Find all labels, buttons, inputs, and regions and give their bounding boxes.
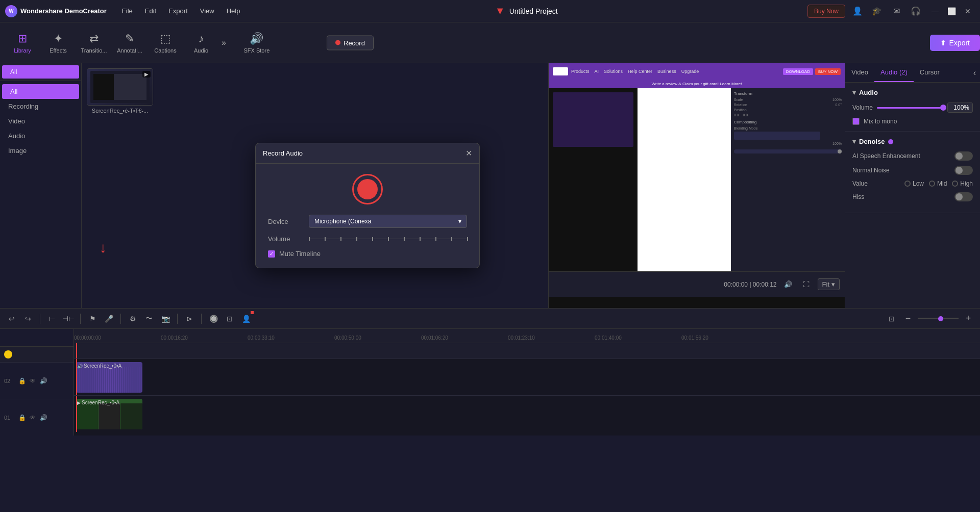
snapshot-button[interactable]: 📷	[159, 312, 172, 325]
right-panel-tabs: Video Audio (2) Cursor ‹	[845, 63, 980, 83]
timeline: ↩ ↪ ⊢ ⊣⊢ ⚑ 🎤 ⚙ 〜 📷 ⊳ 🔘 ⊡ 👤 ⊡ − +	[0, 308, 980, 436]
zoom-out-button[interactable]: −	[901, 312, 915, 325]
menu-file[interactable]: File	[117, 5, 138, 17]
thumbnail[interactable]: ▶	[87, 68, 153, 106]
subtitle-button[interactable]: ⊡	[223, 312, 236, 325]
close-button[interactable]: ✕	[961, 4, 975, 18]
panel-item-all[interactable]: All	[2, 84, 79, 99]
device-chevron-icon: ▾	[458, 218, 461, 225]
track-lock-icon[interactable]: 🔒	[17, 376, 27, 386]
account-icon[interactable]: 👤	[850, 4, 865, 18]
mock-opacity-slider	[734, 149, 842, 153]
zoom-slider-thumb[interactable]	[938, 316, 943, 321]
toolbar-annotations[interactable]: ✎ Annotati...	[112, 25, 147, 61]
track-eye-icon2[interactable]: 👁	[28, 413, 37, 422]
record-area: Record	[327, 35, 374, 50]
fullscreen-button[interactable]: ⛶	[799, 277, 814, 292]
mock-position-label: Position	[734, 108, 747, 112]
menu-view[interactable]: View	[195, 5, 219, 17]
captions-icon: ⬚	[160, 32, 171, 45]
vol-dot6	[388, 237, 389, 241]
rp-tab-video[interactable]: Video	[845, 63, 874, 82]
radio-mid[interactable]: Mid	[929, 180, 947, 187]
device-select[interactable]: Microphone (Conexa ▾	[309, 215, 467, 228]
radio-high[interactable]: High	[952, 180, 973, 187]
mock-browser: Products AI Solutions Help Center Busine…	[549, 63, 845, 271]
learn-icon[interactable]: 🎓	[870, 4, 884, 18]
mail-icon[interactable]: ✉	[889, 4, 903, 18]
track-lock-icon2[interactable]: 🔒	[17, 413, 27, 422]
track-eye-icon[interactable]: 👁	[28, 376, 37, 386]
sep4	[177, 314, 178, 324]
hiss-toggle[interactable]	[954, 192, 973, 201]
menu-help[interactable]: Help	[222, 5, 246, 17]
volume-control-button[interactable]: 🔊	[781, 277, 795, 292]
thumb-detail	[111, 74, 146, 100]
minimize-button[interactable]: —	[928, 4, 942, 18]
split-button[interactable]: ⊢	[45, 312, 59, 325]
zoom-slider-track[interactable]	[918, 318, 959, 319]
video-clip-label: ScreenRec_•0•A	[82, 400, 119, 405]
toolbar-effects[interactable]: ✦ Effects	[41, 25, 76, 61]
mix-to-mono-checkbox[interactable]	[852, 118, 860, 125]
toolbar-audio[interactable]: ♪ Audio	[184, 25, 218, 61]
panel-item-recording[interactable]: Recording	[0, 99, 81, 114]
toggle-knob2	[955, 167, 963, 174]
volume-input[interactable]: 100%	[947, 103, 973, 113]
buy-now-button[interactable]: Buy Now	[807, 5, 845, 18]
ai-speech-toggle[interactable]	[954, 151, 973, 161]
audio-clip[interactable]: 🔊 ScreenRec_•0•A	[76, 362, 142, 393]
sep3	[120, 314, 121, 324]
panel-item-audio[interactable]: Audio	[0, 129, 81, 143]
rp-tab-audio[interactable]: Audio (2)	[874, 63, 914, 82]
record-button[interactable]: Record	[327, 35, 374, 50]
volume-slider-thumb[interactable]	[940, 105, 946, 111]
redo-button[interactable]: ↪	[21, 312, 35, 325]
trim-button[interactable]: ⊳	[183, 312, 196, 325]
mic-button[interactable]: 🎤	[102, 312, 115, 325]
device-field: Device Microphone (Conexa ▾	[268, 215, 467, 228]
mock-nav-ai: AI	[595, 69, 599, 74]
video-clip[interactable]: ▶ ScreenRec_•0•A	[76, 399, 142, 429]
marker-button[interactable]: ⚑	[86, 312, 99, 325]
mute-checkbox[interactable]	[268, 250, 275, 258]
maximize-button[interactable]: ⬜	[944, 4, 959, 18]
radio-high-label: High	[960, 180, 973, 187]
track-mute-icon[interactable]: 🔊	[39, 376, 48, 386]
volume-slider-track[interactable]	[877, 107, 943, 109]
settings-button[interactable]: ⚙	[126, 312, 139, 325]
headset-icon[interactable]: 🎧	[909, 4, 923, 18]
zoom-in-button[interactable]: +	[962, 312, 975, 325]
toolbar-library[interactable]: ⊞ Library	[5, 25, 40, 61]
panel-tab-all[interactable]: All	[2, 65, 79, 79]
panel-item-image[interactable]: Image	[0, 143, 81, 158]
fit-dropdown[interactable]: Fit ▾	[818, 278, 840, 290]
panel-collapse-button[interactable]: ‹	[969, 63, 980, 82]
toolbar-more-button[interactable]: »	[219, 36, 228, 49]
record-circle-button[interactable]	[352, 174, 383, 204]
menu-edit[interactable]: Edit	[140, 5, 161, 17]
menu-export[interactable]: Export	[163, 5, 193, 17]
mock-sidebar-content	[549, 88, 638, 271]
rp-tab-cursor[interactable]: Cursor	[914, 63, 946, 82]
magnet-button[interactable]: 🔘	[207, 312, 220, 325]
undo-button[interactable]: ↩	[5, 312, 18, 325]
export-button[interactable]: ⬆ Export	[930, 35, 980, 51]
track-mute-icon2[interactable]: 🔊	[39, 413, 48, 422]
radio-low[interactable]: Low	[904, 180, 924, 187]
person-button[interactable]: 👤	[239, 312, 253, 325]
audio-collapse-icon[interactable]: ▾	[852, 89, 856, 96]
ripple-button[interactable]: ⊣⊢	[62, 312, 75, 325]
mock-content: Transform Scale100% Rotation0.0° Positio…	[549, 88, 845, 271]
dialog-close-button[interactable]: ✕	[465, 148, 472, 158]
panel-item-video[interactable]: Video	[0, 114, 81, 129]
timeline-tracks-area: 00:00:00:00 00:00:16:20 00:00:33:10 00:0…	[74, 329, 980, 436]
denoise-collapse-icon[interactable]: ▾	[852, 138, 856, 145]
toolbar-transitions[interactable]: ⇄ Transitio...	[77, 25, 111, 61]
toolbar-captions[interactable]: ⬚ Captions	[148, 25, 183, 61]
normal-noise-toggle[interactable]	[954, 166, 973, 175]
fit-timeline-button[interactable]: ⊡	[885, 312, 898, 325]
toolbar-sfx[interactable]: 🔊 SFX Store	[239, 25, 274, 61]
sfx-label: SFX Store	[244, 47, 270, 54]
waveform-button[interactable]: 〜	[142, 312, 156, 325]
